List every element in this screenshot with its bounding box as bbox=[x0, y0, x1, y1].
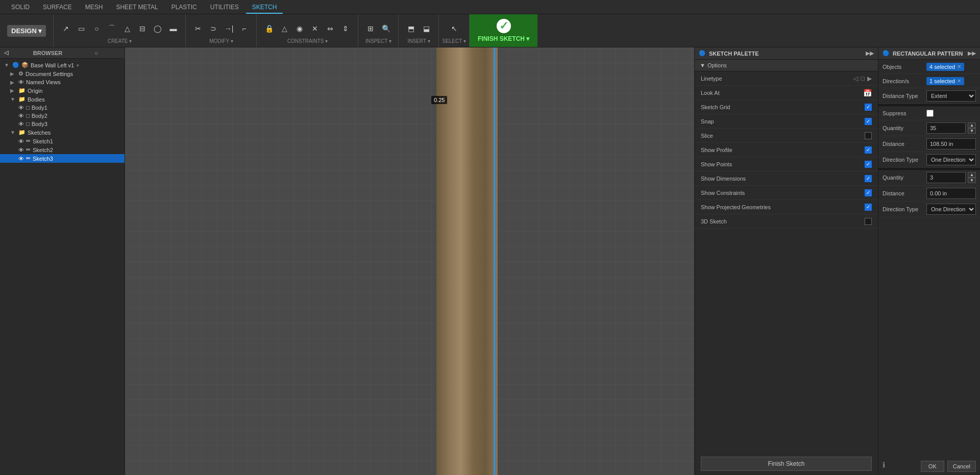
tree-item-body1[interactable]: 👁 □ Body1 bbox=[0, 104, 125, 112]
direction-type2-select[interactable]: One Direction Symmetric Two Directions bbox=[926, 204, 976, 215]
ellipse-tool[interactable]: ◯ bbox=[151, 21, 165, 36]
inspect-tool-1[interactable]: ⊞ bbox=[363, 21, 378, 36]
show-points-checkbox[interactable] bbox=[865, 161, 872, 168]
show-constraints-row: Show Constraints bbox=[695, 186, 878, 200]
grid-background bbox=[125, 47, 694, 475]
show-constraints-checkbox[interactable] bbox=[865, 189, 872, 196]
tab-sketch[interactable]: SKETCH bbox=[246, 2, 283, 14]
sketch-grid-checkbox[interactable] bbox=[865, 104, 872, 111]
fillet-tool[interactable]: ⌐ bbox=[237, 21, 251, 36]
quantity2-up[interactable]: ▲ bbox=[968, 172, 976, 178]
quantity1-input[interactable] bbox=[926, 122, 966, 134]
sketch-line bbox=[494, 47, 495, 475]
finish-sketch-button[interactable]: ✓ FINISH SKETCH ▾ bbox=[470, 14, 537, 47]
canvas[interactable]: 0.25 bbox=[125, 47, 694, 475]
show-projected-checkbox[interactable] bbox=[865, 204, 872, 211]
suppress-checkbox[interactable] bbox=[926, 110, 934, 117]
rectangle-tool[interactable]: ▭ bbox=[74, 21, 88, 36]
distance2-input[interactable] bbox=[926, 188, 976, 199]
info-icon[interactable]: ℹ bbox=[883, 461, 885, 472]
sketch-palette-expand[interactable]: ▶▶ bbox=[866, 50, 874, 57]
3d-sketch-row: 3D Sketch bbox=[695, 214, 878, 229]
linetype-right-arrow[interactable]: ▶ bbox=[867, 75, 872, 82]
parallel-tool[interactable]: ⊟ bbox=[135, 21, 150, 36]
tree-item-sketch2[interactable]: 👁 ✏ Sketch2 bbox=[0, 145, 125, 154]
mirror-h[interactable]: ⇔ bbox=[323, 21, 337, 36]
tree-item-sketch3[interactable]: 👁 ✏ Sketch3 bbox=[0, 154, 125, 163]
quantity1-down[interactable]: ▼ bbox=[968, 128, 976, 134]
cancel-button[interactable]: Cancel bbox=[947, 461, 976, 472]
quantity2-down[interactable]: ▼ bbox=[968, 178, 976, 183]
ok-button[interactable]: OK bbox=[921, 461, 944, 472]
tree-item-base-wall[interactable]: ▼ 🔵 📦 Base Wall Left v1 ● bbox=[0, 61, 125, 69]
select-tool[interactable]: ↖ bbox=[447, 21, 461, 36]
circle-tool[interactable]: ○ bbox=[89, 21, 104, 36]
quantity2-input[interactable] bbox=[926, 172, 966, 183]
show-dimensions-checkbox[interactable] bbox=[865, 175, 872, 182]
tab-utilities[interactable]: UTILITIES bbox=[204, 2, 245, 14]
insert-tool-1[interactable]: ⬒ bbox=[404, 21, 418, 36]
tree-item-body3[interactable]: 👁 □ Body3 bbox=[0, 120, 125, 128]
mirror-v[interactable]: ⇕ bbox=[338, 21, 353, 36]
offset-tool[interactable]: ⊃ bbox=[206, 21, 220, 36]
look-at-row: Look At 📅 bbox=[695, 86, 878, 100]
look-at-icon[interactable]: 📅 bbox=[863, 89, 872, 97]
3d-sketch-checkbox[interactable] bbox=[865, 218, 872, 225]
triangle-tool[interactable]: △ bbox=[120, 21, 134, 36]
rect-pattern-pin[interactable]: 🔵 bbox=[883, 50, 890, 57]
collapse-sidebar[interactable]: ◁ bbox=[4, 49, 30, 56]
distance-type-select[interactable]: Extent Spacing bbox=[926, 90, 976, 102]
tab-solid[interactable]: SOLID bbox=[5, 2, 36, 14]
inspect-tool-2[interactable]: 🔍 bbox=[379, 21, 393, 36]
tree-item-doc-settings[interactable]: ▶ ⚙ Document Settings bbox=[0, 69, 125, 78]
rect-pattern-panel: 🔵 RECTANGULAR PATTERN ▶▶ Objects 4 selec… bbox=[878, 47, 980, 475]
tree-item-origin[interactable]: ▶ 📁 Origin bbox=[0, 86, 125, 95]
directions-clear[interactable]: ✕ bbox=[957, 78, 961, 84]
tab-mesh[interactable]: MESH bbox=[79, 2, 109, 14]
dimension-label: 0.25 bbox=[431, 96, 447, 104]
rect-pattern-expand[interactable]: ▶▶ bbox=[968, 50, 976, 57]
constraints-label: CONSTRAINTS ▾ bbox=[287, 38, 328, 45]
line-tool[interactable]: ↗ bbox=[59, 21, 73, 36]
design-button[interactable]: DESIGN ▾ bbox=[7, 25, 46, 37]
rect2-tool[interactable]: ▬ bbox=[166, 21, 180, 36]
distance2-row: Distance bbox=[878, 186, 980, 202]
tree-item-sketches[interactable]: ▼ 📁 Sketches bbox=[0, 128, 125, 137]
options-section[interactable]: ▼ Options bbox=[695, 60, 878, 71]
sketch-palette-pin[interactable]: 🔵 bbox=[699, 50, 706, 57]
tab-plastic[interactable]: PLASTIC bbox=[165, 2, 203, 14]
directions-row: Direction/s 1 selected ✕ bbox=[878, 74, 980, 88]
insert-tool-2[interactable]: ⬓ bbox=[419, 21, 433, 36]
linetype-left-arrow[interactable]: ◁ bbox=[853, 75, 858, 82]
create-label: CREATE ▾ bbox=[108, 38, 132, 45]
snap-checkbox[interactable] bbox=[865, 118, 872, 125]
direction-type1-select[interactable]: One Direction Symmetric Two Directions bbox=[926, 154, 976, 165]
finish-sketch-panel-button[interactable]: Finish Sketch bbox=[701, 457, 872, 471]
tree-item-named-views[interactable]: ▶ 👁 Named Views bbox=[0, 78, 125, 86]
tab-sheet-metal[interactable]: SHEET METAL bbox=[110, 2, 164, 14]
show-profile-checkbox[interactable] bbox=[865, 146, 872, 154]
browser-tree: ▼ 🔵 📦 Base Wall Left v1 ● ▶ ⚙ Document S… bbox=[0, 59, 125, 475]
tree-item-bodies[interactable]: ▼ 📁 Bodies bbox=[0, 95, 125, 104]
tree-item-sketch1[interactable]: 👁 ✏ Sketch1 bbox=[0, 137, 125, 145]
sketch-palette-title: SKETCH PALETTE bbox=[709, 51, 863, 57]
distance1-input[interactable] bbox=[926, 138, 976, 149]
tree-item-body2[interactable]: 👁 □ Body2 bbox=[0, 112, 125, 120]
triangle-constraint[interactable]: △ bbox=[277, 21, 291, 36]
direction-type2-row: Direction Type One Direction Symmetric T… bbox=[878, 202, 980, 217]
slice-checkbox[interactable] bbox=[865, 132, 872, 139]
sketch-palette-panel: 🔵 SKETCH PALETTE ▶▶ ▼ Options Linetype ◁… bbox=[694, 47, 878, 475]
insert-label: INSERT ▾ bbox=[407, 38, 430, 45]
show-profile-row: Show Profile bbox=[695, 143, 878, 157]
objects-clear[interactable]: ✕ bbox=[957, 64, 961, 69]
lock-constraint[interactable]: 🔒 bbox=[262, 21, 276, 36]
quantity1-row: Quantity ▲ ▼ bbox=[878, 120, 980, 136]
circle-constraint[interactable]: ◉ bbox=[292, 21, 307, 36]
extend-tool[interactable]: →| bbox=[222, 21, 236, 36]
search-browser[interactable]: ○ bbox=[94, 50, 120, 56]
arc-tool[interactable]: ⌒ bbox=[105, 21, 119, 36]
quantity1-up[interactable]: ▲ bbox=[968, 122, 976, 128]
cross-constraint[interactable]: ✕ bbox=[308, 21, 322, 36]
tab-surface[interactable]: SURFACE bbox=[37, 2, 78, 14]
trim-tool[interactable]: ✂ bbox=[191, 21, 205, 36]
